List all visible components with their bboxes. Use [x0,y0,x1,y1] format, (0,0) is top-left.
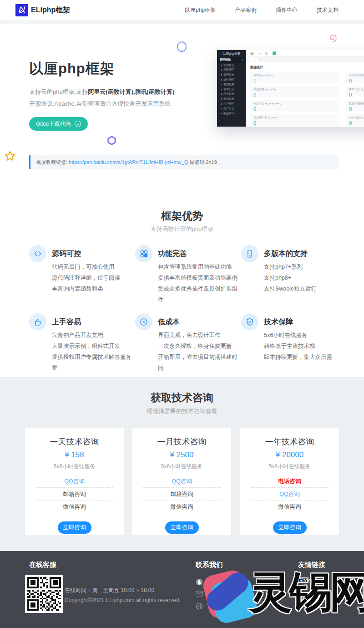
admin-menu-item: 积分日志 [217,92,246,97]
option-qq[interactable]: QQ咨询 [143,475,221,488]
gitee-download-button[interactable]: Gitee下载代码 → [29,117,88,131]
hero-desc-bold2: 腾讯(函数计算) [135,88,175,95]
pricing-subtitle: 请选择需要的技术咨询套餐 [0,407,364,415]
nav-item-docs[interactable]: 技术文档 [317,6,339,14]
admin-menu-item: 管理日志 [217,72,246,77]
pricing-card-month: 一月技术咨询 ¥ 2500 5x6小时在线服务 QQ咨询 邮箱咨询 微信咨询 立… [132,428,231,535]
feature-card: ¥ 低成本 界面美观，免去设计工作 一次永久授权，终身免费更新 开箱即用，省去项… [135,313,241,382]
feature-title: 技术保障 [264,317,293,327]
notice-bar: 视屏教程链接:https://pan.baidu.com/s/1gtARcr71… [29,155,339,169]
admin-main: ▦ ◔ ⟳ ⌂ 数据统计 管理员 el_admin1 管理员权限组 el_adm… [246,50,364,127]
shield-check-icon [241,313,258,331]
admin-root-label: 管理驾舱 [220,58,231,62]
option-email[interactable]: 邮箱咨询 [143,488,221,500]
hero-desc-line1: 支持云的php框架,支持阿里云(函数计算),腾讯(函数计算) [29,88,174,96]
feature-title: 多版本的支持 [264,249,308,259]
plan-price: ¥ 158 [65,450,84,460]
plan-service: 5x8小时在线服务 [269,463,310,470]
modules-icon [135,245,152,262]
mobile-icon [241,245,258,262]
watermark-text: 灵锡网 [249,570,364,615]
advantages-grid: 源码可控 代码无后门，可放心使用 源代码注释详细，便于阅读 丰富的内置函数和类 … [29,245,343,382]
option-email[interactable]: 邮箱咨询 [36,488,113,500]
stat-card: user日志 el_userlog0 [346,114,364,126]
feature-card: 源码可控 代码无后门，可放心使用 源代码注释详细，便于阅读 丰富的内置函数和类 [29,245,135,313]
feature-card: 功能完善 包含管理系统常用的基础功能 提供丰富的模板页面及功能案例 集成众多优秀… [135,245,241,313]
footer-service-title: 在线客服 [29,561,56,569]
stat-card: 系统配置 el_config0 [250,86,339,97]
plan-price: ¥ 2500 [170,450,194,460]
stat-card: 单位用户表 el_user0 [250,114,339,126]
star-icon [4,150,16,162]
decorative-circle-icon [177,41,187,52]
nav-item-framework[interactable]: 以厘php框架 [185,6,216,14]
brand-logo-icon: 以 [15,4,28,16]
admin-sidebar-title: 以厘php框架 [217,50,246,57]
pricing-card-year: 一年技术咨询 ¥ 20000 5x8小时在线服务 电话咨询 QQ咨询 微信咨询 … [240,428,339,535]
feature-card: 技术保障 5x6小时在线服务 始终基于主流技术栈 版本持续更新，集大众所需 [241,313,343,382]
feature-title: 功能完善 [158,249,187,259]
admin-stats-grid: 管理员 el_admin1 管理员权限组 el_admingroup0 系统配置… [250,72,364,126]
consult-now-button[interactable]: 立即咨询 [58,521,91,534]
option-qq[interactable]: QQ咨询 [36,475,113,488]
plan-options: QQ咨询 邮箱咨询 微信咨询 [143,475,221,513]
hexagon-icon [106,135,117,146]
plan-service: 5x6小时在线服务 [161,463,202,470]
nav-item-plugins[interactable]: 插件中心 [276,6,298,14]
feature-title: 低成本 [158,317,180,327]
admin-toolbar: ▦ ◔ ⟳ [246,50,364,57]
admin-menu-item: 管理集合 [217,63,246,68]
spiral-icon [327,32,338,43]
admin-sidebar: 以厘php框架 管理驾舱 ▾ 管理集合 权限管理 管理日志 插件管理 通用配置 … [217,50,246,127]
footer-contact-title: 联系我们 [196,561,223,569]
admin-menu-item: 金融日志 [217,97,246,102]
feature-card: 多版本的支持 支持php7+系列 支持php8+ 支持Swoole独立运行 [241,245,343,313]
notice-suffix: 提取码:2n19 。 [189,159,223,166]
globe-icon [196,602,203,610]
arrow-circle-icon: → [75,121,81,127]
svg-text:¥: ¥ [142,320,145,324]
admin-tabbar: ⌂ [246,57,364,62]
admin-menu-item: 货币日志 [217,87,246,92]
option-qq[interactable]: QQ咨询 [251,488,329,500]
app-icon [273,51,276,55]
plan-name: 一年技术咨询 [265,436,314,447]
info-icon: ◔ [258,51,261,56]
nav-item-cases[interactable]: 产品案例 [235,6,257,14]
option-wechat[interactable]: 微信咨询 [251,500,329,513]
yuan-icon: ¥ [135,313,152,331]
option-wechat[interactable]: 微信咨询 [36,500,113,513]
header-divider [0,20,364,24]
footer-copyright: Copyright©2021 ELiphp.com.all rights res… [65,597,181,603]
hero-title: 以厘php框架 [29,59,115,78]
plan-options: QQ咨询 邮箱咨询 微信咨询 [36,475,113,513]
hero-desc-line2: 开源协议:Apache,自带管理后台方便快速开发应用系统 [29,100,171,108]
plan-options: 电话咨询 QQ咨询 微信咨询 [251,475,329,513]
stat-card: 数据库键存储系统 el_memcached0 [346,100,364,112]
option-phone[interactable]: 电话咨询 [251,475,329,488]
feature-title: 上手容易 [52,317,81,327]
hero-desc-bold1: 阿里云(函数计算) [88,88,133,95]
consult-now-button[interactable]: 立即咨询 [273,521,307,534]
friend-link-gitee[interactable]: Gitee [298,577,311,584]
page: 以 ELiphp框架 以厘php框架 产品案例 插件中心 技术文档 以厘php框… [0,0,364,628]
option-wechat[interactable]: 微信咨询 [143,500,221,513]
code-icon [29,245,46,262]
advantages-title: 框架优势 [0,209,364,223]
plan-service: 5x6小时在线服务 [54,463,95,470]
admin-panel-title: 数据统计 [250,65,364,70]
stat-card: 货币日志 el_currencylog0 [346,86,364,97]
stat-card: 积分日志 el_integrallog0 [250,100,339,112]
gitee-download-label: Gitee下载代码 [36,120,71,128]
plan-name: 一天技术咨询 [50,436,99,447]
stat-card: 管理员 el_admin1 [250,72,339,83]
consult-now-button[interactable]: 立即咨询 [165,521,199,534]
qq-icon [196,578,203,586]
footer-online-time: 在线时间：周一至周五 10:00 ~ 18:00 [65,587,154,594]
tutorial-link[interactable]: https://pan.baidu.com/s/1gtARcr71LJmHIB-… [69,159,188,165]
notice-prefix: 视屏教程链接: [36,159,67,166]
qr-code [25,575,63,613]
plan-name: 一月技术咨询 [157,436,207,447]
hero-desc-pre: 支持云的php框架,支持 [29,88,88,95]
stat-card: 管理员权限组 el_admingroup0 [346,72,364,83]
